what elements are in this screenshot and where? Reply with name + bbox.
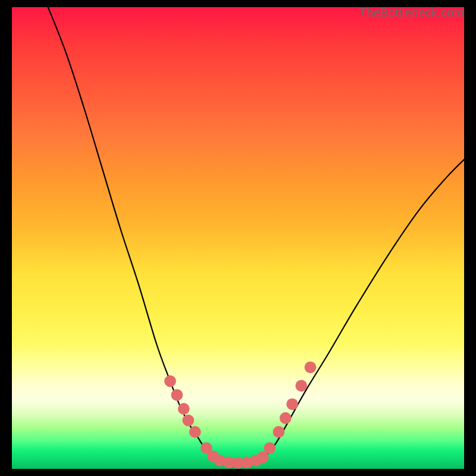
data-marker [286, 398, 298, 410]
data-marker [178, 403, 190, 415]
chart-frame: TheBottleneck.com [0, 0, 476, 476]
data-marker [189, 426, 201, 438]
data-marker [296, 380, 308, 392]
bottleneck-curve [48, 7, 464, 463]
data-marker [305, 361, 317, 373]
data-marker [273, 426, 285, 438]
data-marker [171, 389, 183, 401]
attribution-watermark: TheBottleneck.com [359, 6, 464, 20]
data-marker [264, 442, 275, 454]
chart-plot-area [12, 7, 464, 469]
data-marker [183, 415, 195, 427]
chart-svg [12, 7, 464, 469]
marker-layer [164, 361, 316, 468]
data-marker [280, 412, 292, 424]
data-marker [164, 375, 176, 387]
curve-layer [48, 7, 464, 463]
